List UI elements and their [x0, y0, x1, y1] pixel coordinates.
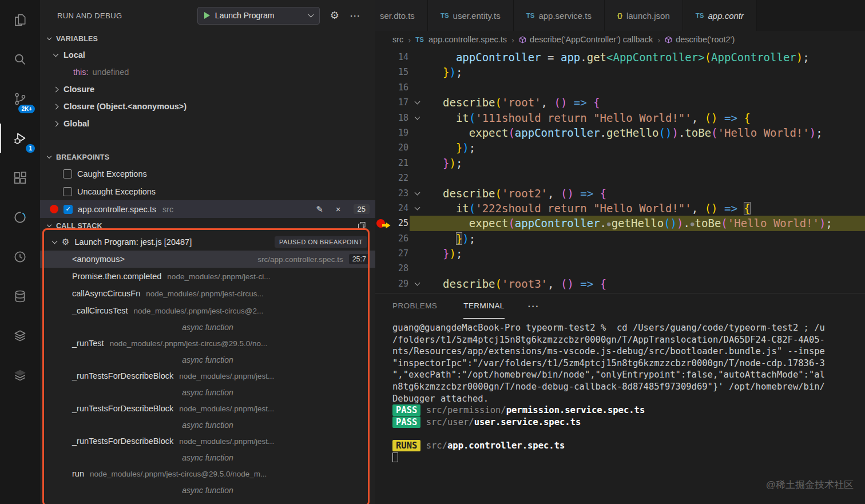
- breadcrumb-item[interactable]: describe('AppController') callback: [519, 35, 653, 44]
- copy-call-stack-icon[interactable]: [358, 221, 366, 230]
- terminal-line: [392, 428, 865, 440]
- debug-session-row[interactable]: ⚙ Launch Program: jest.js [20487] PAUSED…: [40, 233, 375, 251]
- breakpoints-section-header[interactable]: BREAKPOINTS: [40, 149, 375, 165]
- breadcrumb-label: src: [392, 35, 403, 44]
- async-frame-separator: async function: [40, 482, 375, 498]
- layers-alt-icon: [13, 368, 27, 383]
- code-editor[interactable]: 14 appController = app.get<AppController…: [375, 48, 865, 293]
- run-and-debug-button[interactable]: 1: [0, 118, 40, 158]
- line-number: 20: [398, 140, 408, 155]
- breadcrumb-item[interactable]: src: [392, 35, 403, 44]
- breadcrumb-item[interactable]: describe('root2'): [665, 35, 735, 44]
- variables-scope-row[interactable]: Local: [40, 46, 375, 64]
- call-stack-section-header[interactable]: CALL STACK: [40, 218, 375, 233]
- ring-extension-button[interactable]: [0, 197, 40, 237]
- code-line[interactable]: 18 it('111should return "Hello World!"',…: [375, 110, 865, 125]
- breakpoint-checkbox[interactable]: ✓: [64, 205, 73, 214]
- code-line[interactable]: 14 appController = app.get<AppController…: [375, 50, 865, 65]
- chevron-down-icon: [47, 35, 51, 40]
- editor-tab[interactable]: {}launch.json: [605, 0, 683, 31]
- code-line[interactable]: 17describe('root', () => {: [375, 95, 865, 110]
- launch-config-select[interactable]: Launch Program: [197, 7, 320, 25]
- code-line[interactable]: 22: [375, 170, 865, 185]
- gear-icon[interactable]: ⚙: [330, 9, 339, 22]
- code-line[interactable]: 29describe('root3', () => {: [375, 276, 865, 291]
- variables-scope-row[interactable]: Closure: [40, 81, 375, 98]
- code-line[interactable]: 28: [375, 261, 865, 276]
- breadcrumb-separator: ›: [511, 35, 514, 45]
- fold-chevron-icon[interactable]: [414, 280, 420, 286]
- breakpoint-label: app.controller.spec.ts: [78, 205, 156, 214]
- variable-row[interactable]: this:undefined: [40, 64, 375, 81]
- panel-tab-terminal[interactable]: TERMINAL: [463, 293, 504, 319]
- fold-chevron-icon[interactable]: [414, 205, 420, 211]
- frame-name: run: [72, 469, 84, 478]
- extensions-button[interactable]: [0, 158, 40, 197]
- breakpoint-row[interactable]: Caught Exceptions: [40, 165, 375, 182]
- bottom-panel: PROBLEMSTERMINAL⋯ guang@guangdeMacBook-P…: [375, 293, 865, 504]
- code-line[interactable]: 26 });: [375, 231, 865, 246]
- breadcrumb-label: app.controller.spec.ts: [428, 35, 507, 44]
- panel-more-actions-icon[interactable]: ⋯: [527, 299, 539, 313]
- call-stack-frame[interactable]: Promise.then.completednode_modules/.pnpm…: [40, 268, 375, 285]
- code-line[interactable]: 27});: [375, 246, 865, 261]
- frame-name: <anonymous>: [72, 255, 125, 264]
- fold-chevron-icon[interactable]: [414, 189, 420, 195]
- chevron-right-icon: [53, 86, 59, 92]
- edit-breakpoint-icon[interactable]: ✎: [316, 204, 323, 215]
- variables-scope-row[interactable]: Closure (Object.<anonymous>): [40, 98, 375, 115]
- code-line[interactable]: 15});: [375, 65, 865, 80]
- editor-tab[interactable]: TSapp.service.ts: [514, 0, 605, 31]
- clock-extension-button[interactable]: [0, 237, 40, 276]
- code-line[interactable]: 25 expect(appController.●getHello()).●to…: [375, 216, 865, 231]
- call-stack-frame[interactable]: _callCircusTestnode_modules/.pnpm/jest-c…: [40, 302, 375, 319]
- call-stack-frame[interactable]: callAsyncCircusFnnode_modules/.pnpm/jest…: [40, 285, 375, 302]
- call-stack-frame[interactable]: <anonymous>src/app.controller.spec.ts25:…: [40, 251, 375, 268]
- terminal-output[interactable]: guang@guangdeMacBook-Pro typeorm-test2 %…: [375, 319, 865, 504]
- ts-file-icon: TS: [526, 12, 535, 19]
- variables-section-header[interactable]: VARIABLES: [40, 31, 375, 46]
- breadcrumb-item[interactable]: TSapp.controller.spec.ts: [415, 35, 507, 44]
- start-debugging-icon[interactable]: [204, 12, 210, 19]
- chevron-down-icon: [47, 154, 51, 158]
- breakpoint-checkbox[interactable]: [63, 169, 72, 178]
- source-control-button[interactable]: 2K+: [0, 79, 40, 118]
- terminal-line: PASS src/user/user.service.spec.ts: [392, 416, 865, 428]
- code-line[interactable]: 21});: [375, 156, 865, 170]
- code-line[interactable]: 23describe('root2', () => {: [375, 186, 865, 201]
- panel-tab-problems[interactable]: PROBLEMS: [392, 293, 437, 319]
- breakpoint-checkbox[interactable]: [63, 187, 72, 196]
- editor-tab[interactable]: TSser.dto.ts: [375, 0, 428, 31]
- remove-breakpoint-icon[interactable]: ×: [336, 204, 341, 214]
- code-line[interactable]: 20 });: [375, 140, 865, 155]
- clock-extension-icon: [13, 249, 27, 264]
- layers-extension-2-button[interactable]: [0, 355, 40, 395]
- call-stack-frame[interactable]: runnode_modules/.pnpm/jest-circus@29.5.0…: [40, 465, 375, 482]
- code-line[interactable]: 16: [375, 80, 865, 95]
- code-line[interactable]: 19 expect(appController.getHello()).toBe…: [375, 125, 865, 140]
- database-extension-button[interactable]: [0, 276, 40, 316]
- ts-file-icon: TS: [696, 12, 704, 19]
- terminal-line: [392, 452, 865, 464]
- fold-chevron-icon[interactable]: [414, 99, 420, 105]
- explorer-button[interactable]: [0, 0, 40, 39]
- editor-tab[interactable]: TSuser.entity.ts: [428, 0, 514, 31]
- call-stack-frame[interactable]: _runTestsForDescribeBlocknode_modules/.p…: [40, 400, 375, 417]
- breakpoint-row[interactable]: Uncaught Exceptions: [40, 182, 375, 200]
- terminal-line: nts/Resources/app/extensions/ms-vscode.j…: [392, 346, 865, 358]
- debug-badge: 1: [26, 144, 35, 153]
- code-line[interactable]: 24 it('222should return "Hello World!"',…: [375, 201, 865, 216]
- breakpoint-row[interactable]: ✓app.controller.spec.tssrc✎×25: [40, 200, 375, 218]
- fold-chevron-icon[interactable]: [414, 114, 420, 120]
- call-stack-frame[interactable]: _runTestsForDescribeBlocknode_modules/.p…: [40, 367, 375, 384]
- layers-extension-button[interactable]: [0, 316, 40, 355]
- line-number: 24: [398, 201, 408, 216]
- more-actions-icon[interactable]: ⋯: [350, 9, 360, 22]
- search-button[interactable]: [0, 39, 40, 79]
- ts-file-icon: TS: [441, 12, 449, 19]
- terminal-line: guang@guangdeMacBook-Pro typeorm-test2 %…: [392, 322, 865, 334]
- call-stack-frame[interactable]: _runTestnode_modules/.pnpm/jest-circus@2…: [40, 335, 375, 352]
- editor-tab[interactable]: TSapp.contr: [683, 0, 757, 31]
- call-stack-frame[interactable]: _runTestsForDescribeBlocknode_modules/.p…: [40, 432, 375, 450]
- variables-scope-row[interactable]: Global: [40, 115, 375, 132]
